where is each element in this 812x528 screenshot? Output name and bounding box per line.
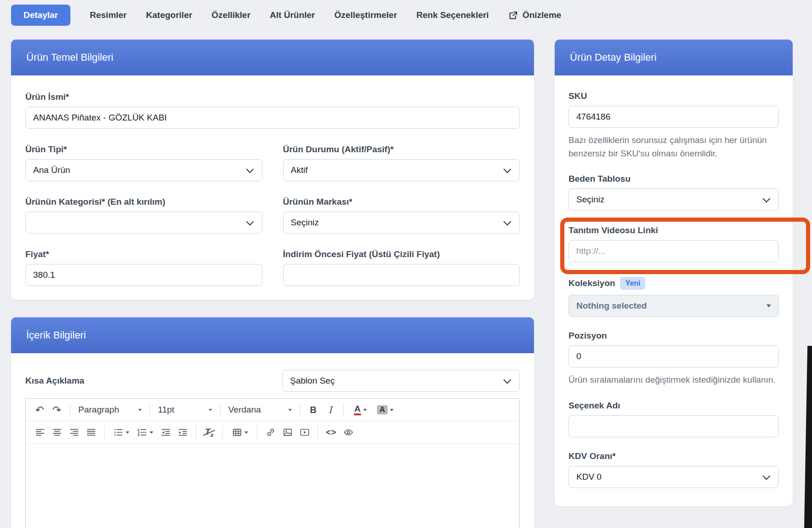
tab-resimler[interactable]: Resimler xyxy=(90,7,127,23)
clear-format-button[interactable]: Tx xyxy=(201,424,218,441)
tab-onizleme[interactable]: Önizleme xyxy=(508,7,561,23)
tab-ozellikler[interactable]: Özellikler xyxy=(212,7,251,23)
new-badge[interactable]: Yeni xyxy=(620,277,645,290)
font-family-select[interactable]: Verdana xyxy=(225,402,295,419)
numbered-list-icon xyxy=(137,427,147,437)
bullet-list-button[interactable] xyxy=(109,424,133,441)
bold-button[interactable]: B xyxy=(305,402,322,419)
external-link-icon xyxy=(508,10,518,20)
position-input[interactable] xyxy=(568,345,779,367)
template-select-value: Şablon Seç xyxy=(290,376,335,386)
basic-info-title: Ürün Temel Bilgileri xyxy=(26,52,113,63)
font-family-value: Verdana xyxy=(228,405,261,415)
product-brand-select[interactable]: Seçiniz xyxy=(283,212,520,234)
paragraph-format-select[interactable]: Paragraph xyxy=(75,402,145,419)
product-edit-page: Detaylar Resimler Kategoriler Özellikler… xyxy=(0,0,812,528)
caret-down-icon xyxy=(766,304,771,307)
toolbar-separator xyxy=(318,425,318,439)
detail-info-card: Ürün Detay Bilgileri SKU Bazı özellikler… xyxy=(555,40,793,506)
tab-alt-urunler[interactable]: Alt Ürünler xyxy=(270,7,315,23)
italic-button[interactable]: I xyxy=(322,402,339,419)
collection-label: Koleksiyon xyxy=(568,278,615,288)
price-input[interactable] xyxy=(25,264,262,286)
content-title: İçerik Bilgileri xyxy=(26,329,86,341)
product-brand-select-value: Seçiniz xyxy=(291,218,319,228)
redo-icon: ↷ xyxy=(52,405,61,415)
indent-button[interactable] xyxy=(174,424,191,441)
align-left-icon xyxy=(35,427,45,437)
undo-button[interactable]: ↶ xyxy=(31,402,48,419)
align-center-button[interactable] xyxy=(48,424,65,441)
rich-text-editor: ↶ ↷ Paragraph 11pt xyxy=(25,398,520,528)
size-chart-label: Beden Tablosu xyxy=(568,174,779,184)
size-chart-select[interactable]: Seçiniz xyxy=(568,189,779,211)
font-size-select[interactable]: 11pt xyxy=(155,402,215,419)
tab-renk-secenekleri[interactable]: Renk Seçenekleri xyxy=(417,7,489,23)
code-icon: <> xyxy=(326,428,336,437)
tab-detaylar[interactable]: Detaylar xyxy=(11,5,70,26)
price-label: Fiyat* xyxy=(25,249,262,259)
table-button[interactable] xyxy=(227,424,252,441)
source-code-button[interactable]: <> xyxy=(323,424,340,441)
highlight-color-button[interactable]: A xyxy=(372,402,398,419)
highlight-color-icon: A xyxy=(377,405,388,414)
product-category-select[interactable] xyxy=(25,212,262,234)
sku-help-text: Bazı özelliklerin sorunsuz çalışması içi… xyxy=(568,134,779,160)
collection-multiselect-value: Nothing selected xyxy=(576,301,647,311)
tab-kategoriler[interactable]: Kategoriler xyxy=(146,7,192,23)
chevron-down-icon xyxy=(209,409,212,411)
position-help-text: Ürün sıralamalarını değiştirmek istediği… xyxy=(568,373,779,387)
bullet-list-icon xyxy=(113,427,123,437)
editor-toolbar-row-1: ↶ ↷ Paragraph 11pt xyxy=(26,399,519,421)
redo-button[interactable]: ↷ xyxy=(48,402,65,419)
product-status-select[interactable]: Aktif xyxy=(283,159,520,181)
text-color-button[interactable]: A xyxy=(348,402,372,419)
align-center-icon xyxy=(52,427,62,437)
toolbar-separator xyxy=(196,425,196,439)
align-justify-button[interactable] xyxy=(82,424,99,441)
preview-button[interactable] xyxy=(340,424,357,441)
chevron-down-icon xyxy=(150,431,153,434)
toolbar-separator xyxy=(222,425,223,439)
bold-icon: B xyxy=(310,405,316,415)
sku-input[interactable] xyxy=(568,106,779,128)
vat-rate-select[interactable]: KDV 0 xyxy=(568,466,779,488)
video-link-input[interactable] xyxy=(568,240,779,262)
insert-link-button[interactable] xyxy=(262,424,279,441)
collection-multiselect[interactable]: Nothing selected xyxy=(568,295,779,317)
position-label: Pozisyon xyxy=(568,331,779,341)
product-name-input[interactable] xyxy=(25,107,520,129)
sku-label: SKU xyxy=(568,91,779,101)
chevron-down-icon xyxy=(138,409,142,411)
align-right-icon xyxy=(69,427,79,437)
short-desc-label: Kısa Açıklama xyxy=(25,376,84,386)
tab-ozellestirmeler[interactable]: Özelleştirmeler xyxy=(334,7,397,23)
product-type-select[interactable]: Ana Ürün xyxy=(25,159,262,181)
chevron-down-icon xyxy=(363,409,367,411)
detail-info-header: Ürün Detay Bilgileri xyxy=(555,40,793,75)
clear-format-icon: Tx xyxy=(204,427,214,438)
product-brand-label: Ürünün Markası* xyxy=(283,197,520,207)
insert-image-button[interactable] xyxy=(279,424,296,441)
align-right-button[interactable] xyxy=(65,424,82,441)
template-select[interactable]: Şablon Seç xyxy=(282,370,520,392)
editor-content-area[interactable] xyxy=(26,444,519,528)
chevron-down-icon xyxy=(244,431,248,434)
media-icon xyxy=(300,427,310,437)
eye-icon xyxy=(343,427,354,437)
basic-info-card: Ürün Temel Bilgileri Ürün İsmi* Ürün Tip… xyxy=(11,40,534,300)
numbered-list-button[interactable] xyxy=(133,424,157,441)
tab-bar: Detaylar Resimler Kategoriler Özellikler… xyxy=(0,0,812,26)
italic-icon: I xyxy=(329,404,332,415)
insert-media-button[interactable] xyxy=(296,424,313,441)
font-size-value: 11pt xyxy=(158,405,174,415)
product-name-label: Ürün İsmi* xyxy=(25,92,520,102)
old-price-input[interactable] xyxy=(283,264,520,286)
toolbar-separator xyxy=(343,403,344,417)
option-name-input[interactable] xyxy=(568,415,779,437)
content-card: İçerik Bilgileri Kısa Açıklama Şablon Se… xyxy=(11,317,534,528)
outdent-button[interactable] xyxy=(157,424,174,441)
toolbar-separator xyxy=(104,425,104,439)
option-name-label: Seçenek Adı xyxy=(568,401,779,411)
align-left-button[interactable] xyxy=(31,424,48,441)
